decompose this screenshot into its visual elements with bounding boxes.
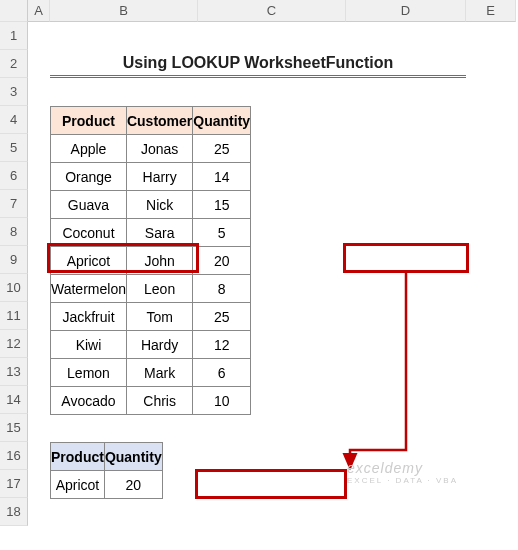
row-headers: 1 2 3 4 5 6 7 8 9 10 11 12 13 14 15 16 1… [0,0,28,526]
cell-quantity[interactable]: 8 [193,275,251,303]
cell-quantity[interactable]: 6 [193,359,251,387]
table-row: KiwiHardy12 [51,331,251,359]
row-header-4[interactable]: 4 [0,106,28,134]
table-row: OrangeHarry14 [51,163,251,191]
row-header-16[interactable]: 16 [0,442,28,470]
lookup-header-row: Product Quantity [51,443,163,471]
cell-quantity[interactable]: 12 [193,331,251,359]
cell-customer[interactable]: Hardy [126,331,192,359]
cell-customer[interactable]: Leon [126,275,192,303]
table-row: JackfruitTom25 [51,303,251,331]
cell-quantity[interactable]: 10 [193,387,251,415]
lookup-header-quantity[interactable]: Quantity [104,443,162,471]
cell-product[interactable]: Apple [51,135,127,163]
cell-product[interactable]: Guava [51,191,127,219]
cell-customer[interactable]: Sara [126,219,192,247]
cell-customer[interactable]: Tom [126,303,192,331]
cell-quantity[interactable]: 5 [193,219,251,247]
cell-product[interactable]: Coconut [51,219,127,247]
row-header-6[interactable]: 6 [0,162,28,190]
cell-product[interactable]: Apricot [51,247,127,275]
col-header-d[interactable]: D [346,0,466,22]
row-header-7[interactable]: 7 [0,190,28,218]
cell-customer[interactable]: Jonas [126,135,192,163]
cell-quantity[interactable]: 14 [193,163,251,191]
row-header-14[interactable]: 14 [0,386,28,414]
col-header-c[interactable]: C [198,0,346,22]
cell-customer[interactable]: Mark [126,359,192,387]
row-header-11[interactable]: 11 [0,302,28,330]
lookup-product-cell[interactable]: Apricot [51,471,105,499]
table-row: ApricotJohn20 [51,247,251,275]
column-headers: A B C D E [28,0,516,22]
row-header-3[interactable]: 3 [0,78,28,106]
highlight-result-quantity [195,469,347,499]
cell-product[interactable]: Avocado [51,387,127,415]
cell-quantity[interactable]: 25 [193,303,251,331]
cell-product[interactable]: Jackfruit [51,303,127,331]
page-title: Using LOOKUP WorksheetFunction [123,54,394,72]
row-header-17[interactable]: 17 [0,470,28,498]
row-header-5[interactable]: 5 [0,134,28,162]
lookup-result-table: Product Quantity Apricot 20 [50,442,163,499]
cell-quantity[interactable]: 25 [193,135,251,163]
row-header-15[interactable]: 15 [0,414,28,442]
header-product[interactable]: Product [51,107,127,135]
watermark: exceldemy EXCEL · DATA · VBA [347,460,458,485]
table-row: GuavaNick15 [51,191,251,219]
table-header-row: Product Customer Quantity [51,107,251,135]
cell-customer[interactable]: Chris [126,387,192,415]
lookup-header-product[interactable]: Product [51,443,105,471]
row-header-18[interactable]: 18 [0,498,28,526]
cell-product[interactable]: Kiwi [51,331,127,359]
cell-customer[interactable]: John [126,247,192,275]
row-header-2[interactable]: 2 [0,50,28,78]
col-header-a[interactable]: A [28,0,50,22]
lookup-quantity-cell[interactable]: 20 [104,471,162,499]
highlight-source-quantity [343,243,469,273]
row-header-13[interactable]: 13 [0,358,28,386]
main-data-table: Product Customer Quantity AppleJonas25 O… [50,106,251,415]
row-header-10[interactable]: 10 [0,274,28,302]
row-header-12[interactable]: 12 [0,330,28,358]
cell-quantity[interactable]: 20 [193,247,251,275]
row-header-8[interactable]: 8 [0,218,28,246]
cell-product[interactable]: Orange [51,163,127,191]
col-header-e[interactable]: E [466,0,516,22]
table-row: AppleJonas25 [51,135,251,163]
title-cell[interactable]: Using LOOKUP WorksheetFunction [50,50,466,78]
cell-customer[interactable]: Harry [126,163,192,191]
cell-customer[interactable]: Nick [126,191,192,219]
table-row: LemonMark6 [51,359,251,387]
header-customer[interactable]: Customer [126,107,192,135]
cell-product[interactable]: Lemon [51,359,127,387]
table-row: AvocadoChris10 [51,387,251,415]
cell-quantity[interactable]: 15 [193,191,251,219]
table-row: CoconutSara5 [51,219,251,247]
row-header-9[interactable]: 9 [0,246,28,274]
header-quantity[interactable]: Quantity [193,107,251,135]
table-row: WatermelonLeon8 [51,275,251,303]
cell-product[interactable]: Watermelon [51,275,127,303]
row-header-1[interactable]: 1 [0,22,28,50]
col-header-b[interactable]: B [50,0,198,22]
lookup-data-row: Apricot 20 [51,471,163,499]
